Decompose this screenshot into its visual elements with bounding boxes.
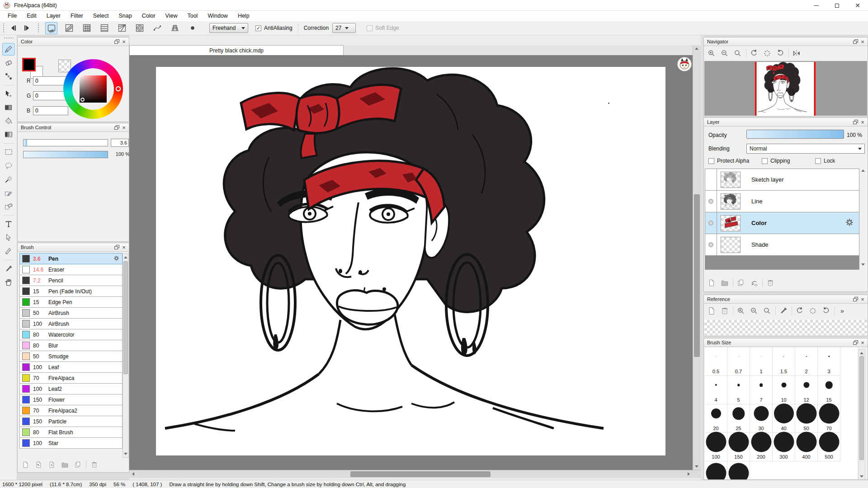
lasso-tool[interactable] [2, 160, 15, 172]
float-panel-icon[interactable] [852, 119, 859, 125]
brush-item[interactable]: 100Star [19, 437, 123, 449]
fill-tool[interactable] [2, 101, 15, 114]
brush-list-scrollbar[interactable] [123, 253, 129, 458]
zoom-in-icon[interactable] [736, 305, 746, 316]
gear-icon[interactable] [844, 217, 854, 229]
rotate-reset-icon[interactable] [762, 48, 773, 59]
divide-tool[interactable] [2, 245, 15, 258]
brush-size-cell[interactable]: 3 [818, 347, 840, 376]
layer-clipping-checkbox[interactable]: Clipping [762, 158, 790, 164]
checkbox[interactable] [762, 158, 768, 164]
brush-item[interactable]: 80Watercolor [19, 329, 123, 340]
brush-size-cell[interactable]: 40 [773, 404, 795, 433]
soft-edge-checkbox[interactable] [367, 25, 373, 31]
navigator-view[interactable] [704, 61, 867, 116]
float-panel-icon[interactable] [113, 244, 120, 250]
layer-scroll-up[interactable] [861, 169, 867, 172]
brush-item[interactable]: 150Particle [19, 416, 123, 427]
checkbox[interactable] [708, 158, 714, 164]
brush-item[interactable]: 80Blur [19, 340, 123, 351]
new-bitmap-brush-icon[interactable] [33, 460, 44, 469]
dot-tool[interactable] [2, 70, 15, 83]
close-panel-icon[interactable]: × [859, 339, 866, 346]
brush-size-cell[interactable]: 50 [795, 404, 818, 433]
float-panel-icon[interactable] [113, 38, 120, 45]
close-panel-icon[interactable]: × [859, 38, 866, 45]
correction-dropdown[interactable]: 27 [332, 23, 356, 33]
brush-item[interactable]: 100Leaf2 [19, 383, 123, 394]
close-panel-icon[interactable]: × [121, 124, 127, 131]
hue-marker[interactable] [116, 86, 121, 91]
zoom-in-icon[interactable] [706, 48, 717, 59]
layer-protect-alpha-checkbox[interactable]: Protect Alpha [708, 158, 749, 164]
layer-visibility-cell[interactable] [705, 212, 717, 234]
brush-size-cell[interactable]: 300 [773, 433, 795, 461]
brush-item[interactable]: 15Edge Pen [19, 296, 123, 308]
brush-item[interactable]: 70FireAlpaca [19, 372, 123, 384]
document-tab[interactable]: Pretty black chick.mdp [129, 45, 344, 55]
scrollbar-thumb[interactable] [694, 194, 700, 357]
brush-item[interactable]: 14.6Eraser [19, 264, 123, 275]
close-panel-icon[interactable]: × [121, 244, 127, 250]
menu-select[interactable]: Select [88, 11, 114, 21]
eyedropper-tool[interactable] [2, 263, 15, 275]
bucket-tool[interactable] [2, 115, 15, 127]
float-panel-icon[interactable] [852, 296, 859, 302]
scroll-left-icon[interactable] [132, 472, 134, 476]
menu-snap[interactable]: Snap [114, 11, 137, 21]
brush-size-cell[interactable]: 12 [795, 376, 818, 404]
snap-ellipse-button[interactable] [186, 22, 198, 34]
menu-file[interactable]: File [3, 11, 22, 21]
layer-row-shade[interactable]: Shade [705, 234, 859, 256]
foreground-color-swatch[interactable] [22, 58, 36, 71]
brush-size-cell[interactable]: 150 [727, 433, 750, 461]
scroll-down-icon[interactable] [695, 465, 698, 468]
rotate-right-icon[interactable] [775, 48, 786, 59]
checkbox[interactable] [815, 158, 821, 164]
hand-tool[interactable] [2, 276, 15, 289]
select-eraser-tool[interactable] [2, 200, 15, 213]
operation-tool[interactable] [2, 231, 15, 244]
snap-horizontal-button[interactable] [98, 22, 110, 34]
brush-size-scrollbar[interactable] [858, 349, 865, 480]
float-panel-icon[interactable] [852, 38, 859, 45]
brush-item[interactable]: 50Smudge [19, 351, 123, 362]
tool-column-grip[interactable] [4, 37, 14, 39]
close-button[interactable]: ✕ [847, 0, 868, 11]
duplicate-icon[interactable] [72, 460, 83, 469]
brush-size-cell[interactable]: 200 [750, 433, 773, 461]
brush-item[interactable]: 50AirBrush [19, 307, 123, 319]
scroll-down-icon[interactable] [124, 453, 127, 455]
eraser-tool[interactable] [2, 56, 15, 69]
overflow-icon[interactable]: » [837, 305, 848, 316]
green-field[interactable] [33, 91, 68, 100]
brush-item[interactable]: 150Flower [19, 394, 123, 405]
navigator-thumbnail[interactable] [757, 62, 814, 116]
hue-wheel[interactable] [63, 59, 123, 119]
duplicate-icon[interactable] [736, 278, 746, 288]
minimize-button[interactable] [806, 0, 826, 11]
menu-help[interactable]: Help [233, 11, 255, 21]
brush-size-cell[interactable]: 5 [727, 376, 750, 404]
new-brush-icon[interactable] [20, 460, 31, 469]
antialiasing-checkbox[interactable] [255, 25, 261, 31]
gear-icon[interactable] [113, 255, 120, 263]
menu-filter[interactable]: Filter [66, 11, 88, 21]
canvas-vertical-scrollbar[interactable] [693, 45, 701, 470]
brush-item[interactable]: 100Leaf [19, 361, 123, 373]
snap-curve-button[interactable] [151, 22, 163, 34]
layer-row-color[interactable]: Color [705, 212, 859, 234]
layer-scroll-down[interactable] [861, 263, 867, 266]
snap-perspective-button[interactable] [169, 22, 181, 34]
brush-size-cell[interactable]: 1 [750, 347, 773, 376]
brush-item[interactable]: 7.2Pencil [19, 275, 123, 286]
alpaca-mascot-icon[interactable] [676, 56, 693, 72]
brush-item[interactable]: 80Flat Brush [19, 427, 123, 438]
layer-visibility-cell[interactable] [705, 169, 717, 190]
scroll-up-icon[interactable] [695, 47, 698, 50]
sv-marker[interactable] [80, 98, 85, 102]
brush-size-cell[interactable]: 15 [818, 376, 840, 404]
brush-opacity-slider[interactable] [23, 151, 108, 158]
folder-icon[interactable] [59, 460, 70, 469]
flip-horizontal-icon[interactable] [791, 48, 802, 59]
